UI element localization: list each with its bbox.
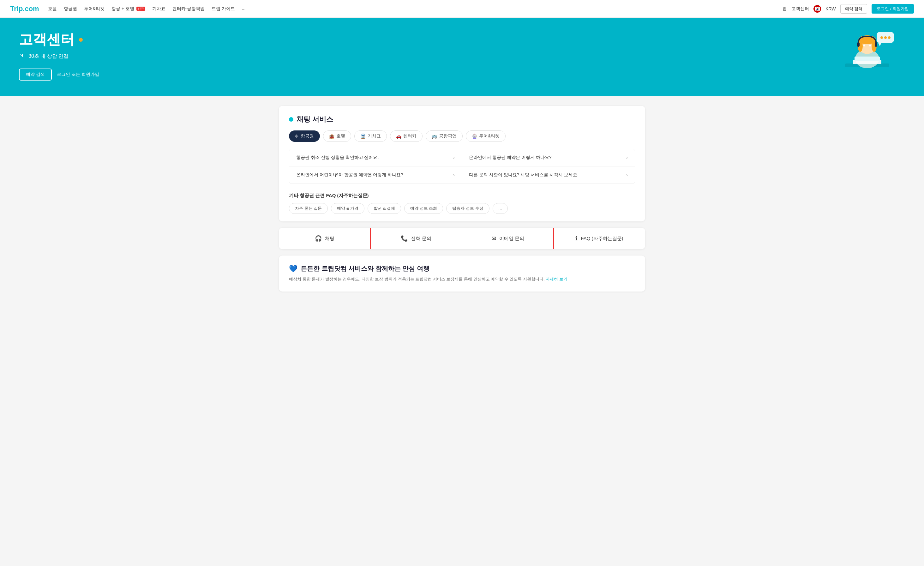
- nav-right: 앱 고객센터 🇰🇷 KRW 예약 검색 로그인 / 회원가입: [783, 4, 914, 14]
- nav-train[interactable]: 기차표: [152, 6, 165, 12]
- chat-status-dot: [289, 117, 293, 122]
- svg-point-16: [888, 36, 891, 39]
- hero-search-button[interactable]: 예약 검색: [19, 69, 52, 81]
- nav-guide[interactable]: 트립 가이드: [212, 6, 235, 12]
- contact-chat[interactable]: 🎧 채팅: [279, 228, 371, 249]
- faq-tag-4[interactable]: 탑승자 정보 수정: [446, 203, 489, 214]
- nav-search-button[interactable]: 예약 검색: [840, 4, 867, 14]
- svg-point-15: [884, 36, 887, 39]
- tab-tour[interactable]: 🎡 투어&티켓: [466, 131, 506, 142]
- faq-grid: 항공권 취소 진행 상황을 확인하고 싶어요. › 온라인에서 항공권 예약은 …: [289, 149, 635, 184]
- hero-title: 고객센터: [19, 30, 905, 49]
- chat-service-card: 채팅 서비스 ✈ 항공권 🏨 호텔 🚆 기차표 🚗 렌터카 🚌 공항픽업: [279, 106, 645, 221]
- main-content: 채팅 서비스 ✈ 항공권 🏨 호텔 🚆 기차표 🚗 렌터카 🚌 공항픽업: [273, 96, 651, 301]
- nav-customer-center[interactable]: 고객센터: [791, 6, 809, 12]
- nav-tour[interactable]: 투어&티켓: [84, 6, 105, 12]
- hotel-tab-icon: 🏨: [329, 134, 334, 139]
- headset-icon: 🎧: [315, 235, 322, 242]
- faq-tags: 자주 묻는 질문 예약 & 가격 발권 & 결제 예약 정보 조회 탑승자 정보…: [289, 203, 635, 214]
- logo[interactable]: Trip.com: [10, 5, 39, 13]
- faq-arrow-3: ›: [453, 172, 455, 178]
- faq-tag-5[interactable]: ...: [493, 203, 508, 214]
- hero-section: 고객센터 30초 내 상담 연결 예약 검색 로그인 또는 회원가입: [0, 18, 924, 96]
- contact-row: 🎧 채팅 📞 전화 문의 ✉ 이메일 문의 ℹ FAQ (자주하는질문): [279, 228, 645, 249]
- chat-service-title: 채팅 서비스: [289, 115, 635, 124]
- svg-marker-13: [878, 43, 881, 46]
- hero-buttons: 예약 검색 로그인 또는 회원가입: [19, 69, 905, 81]
- safe-travel-link[interactable]: 자세히 보기: [546, 277, 567, 281]
- info-icon: ℹ: [575, 235, 578, 242]
- faq-item-4[interactable]: 다른 문의 사항이 있나요? 채팅 서비스를 시작해 보세요. ›: [462, 167, 635, 183]
- bus-tab-icon: 🚌: [432, 134, 437, 139]
- faq-tag-1[interactable]: 예약 & 가격: [331, 203, 364, 214]
- tab-airport[interactable]: 🚌 공항픽업: [426, 131, 463, 142]
- nav-login-button[interactable]: 로그인 / 회원가입: [872, 4, 914, 14]
- nav-app[interactable]: 앱: [783, 6, 787, 12]
- faq-item-1[interactable]: 항공권 취소 진행 상황을 확인하고 싶어요. ›: [289, 149, 462, 167]
- faq-tag-0[interactable]: 자주 묻는 질문: [289, 203, 328, 214]
- svg-point-14: [880, 36, 883, 39]
- contact-email[interactable]: ✉ 이메일 문의: [462, 228, 554, 249]
- flight-tab-icon: ✈: [295, 134, 299, 139]
- service-tabs: ✈ 항공권 🏨 호텔 🚆 기차표 🚗 렌터카 🚌 공항픽업 🎡 투어&티켓: [289, 131, 635, 142]
- navbar: Trip.com 호텔 항공권 투어&티켓 항공 + 호텔 신규 기차표 렌터카…: [0, 0, 924, 18]
- safe-travel-title: 💙 든든한 트립닷컴 서비스와 함께하는 안심 여행: [289, 264, 635, 273]
- svg-point-6: [863, 45, 865, 47]
- nav-menu: 호텔 항공권 투어&티켓 항공 + 호텔 신규 기차표 렌터카·공항픽업 트립 …: [48, 6, 783, 12]
- safe-travel-icon: 💙: [289, 265, 297, 273]
- email-icon: ✉: [491, 235, 496, 242]
- faq-item-3[interactable]: 온라인에서 어린이/유아 항공권 예약은 어떻게 하나요? ›: [289, 167, 462, 183]
- faq-arrow-1: ›: [453, 155, 455, 161]
- faq-tag-2[interactable]: 발권 & 결제: [368, 203, 401, 214]
- svg-rect-8: [857, 42, 860, 47]
- tab-rental[interactable]: 🚗 렌터카: [390, 131, 423, 142]
- faq-section-title: 기타 항공권 관련 FAQ (자주하는질문): [289, 193, 635, 199]
- flag-icon[interactable]: 🇰🇷: [813, 5, 821, 13]
- nav-currency[interactable]: KRW: [825, 6, 836, 11]
- svg-point-7: [869, 45, 871, 47]
- faq-item-2[interactable]: 온라인에서 항공권 예약은 어떻게 하나요? ›: [462, 149, 635, 167]
- tab-flight[interactable]: ✈ 항공권: [289, 131, 320, 142]
- hero-illustration: [836, 23, 899, 81]
- contact-phone[interactable]: 📞 전화 문의: [370, 228, 462, 249]
- nav-flight[interactable]: 항공권: [64, 6, 77, 12]
- svg-rect-11: [855, 57, 880, 61]
- clock-icon: [19, 53, 26, 60]
- new-badge: 신규: [136, 7, 145, 11]
- contact-faq[interactable]: ℹ FAQ (자주하는질문): [554, 228, 645, 249]
- hero-dot: [79, 38, 83, 42]
- nav-flight-hotel[interactable]: 항공 + 호텔 신규: [111, 6, 145, 12]
- ticket-tab-icon: 🎡: [472, 134, 477, 139]
- hero-login-button[interactable]: 로그인 또는 회원가입: [56, 69, 100, 81]
- tab-train[interactable]: 🚆 기차표: [354, 131, 387, 142]
- nav-rental[interactable]: 렌터카·공항픽업: [172, 6, 205, 12]
- phone-icon: 📞: [401, 235, 408, 242]
- nav-more[interactable]: ···: [242, 6, 246, 11]
- faq-arrow-4: ›: [626, 172, 628, 178]
- train-tab-icon: 🚆: [360, 134, 366, 139]
- tab-hotel[interactable]: 🏨 호텔: [323, 131, 351, 142]
- car-tab-icon: 🚗: [396, 134, 401, 139]
- faq-arrow-2: ›: [626, 155, 628, 161]
- safe-travel-card: 💙 든든한 트립닷컴 서비스와 함께하는 안심 여행 예상치 못한 문제가 발생…: [279, 255, 645, 291]
- hero-subtitle: 30초 내 상담 연결: [19, 53, 905, 60]
- safe-travel-desc: 예상치 못한 문제가 발생하는 경우에도, 다양한 보장 범위가 적용되는 트립…: [289, 276, 635, 283]
- faq-tag-3[interactable]: 예약 정보 조회: [404, 203, 443, 214]
- nav-hotel[interactable]: 호텔: [48, 6, 57, 12]
- svg-rect-9: [875, 42, 877, 47]
